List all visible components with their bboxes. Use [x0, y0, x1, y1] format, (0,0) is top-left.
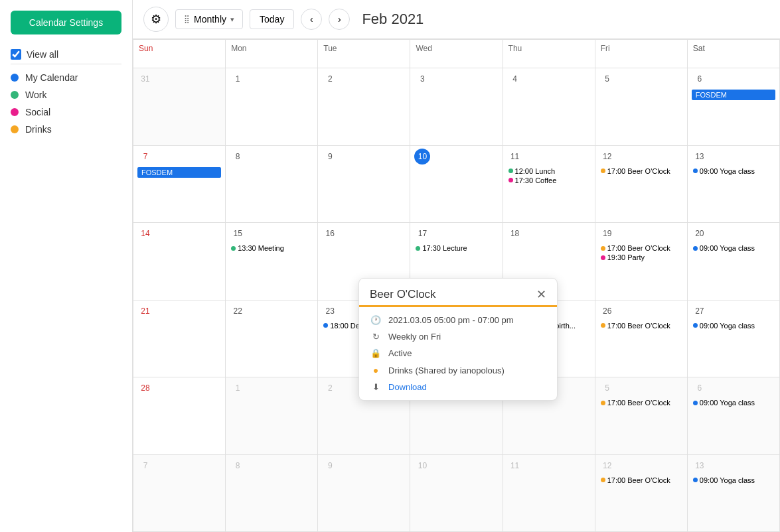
popup-calendar: Drinks (Shared by ianopolous) — [388, 366, 505, 375]
next-button[interactable]: › — [329, 9, 350, 30]
day-header-tue: Tue — [318, 40, 410, 68]
today-button[interactable]: Today — [250, 9, 294, 29]
day-number: 21 — [137, 303, 153, 319]
event-block[interactable]: FOSDEM — [692, 90, 775, 100]
popup-close-button[interactable]: ✕ — [536, 289, 546, 300]
event-item[interactable]: 09:00 Yoga class — [692, 322, 775, 330]
view-all-label: View all — [27, 49, 58, 60]
calendar-settings-button[interactable]: Calendar Settings — [11, 11, 121, 34]
event-label: 12:00 Lunch — [515, 167, 556, 175]
day-cell[interactable]: 10 — [410, 146, 503, 223]
calendar-dot-icon — [11, 91, 19, 99]
event-item[interactable]: 13:30 Meeting — [230, 244, 313, 252]
popup-body: 🕐 2021.03.05 05:00 pm - 07:00 pm ↻ Weekl… — [359, 307, 557, 400]
day-cell[interactable]: 6FOSDEM — [688, 68, 780, 145]
day-cell[interactable]: 1513:30 Meeting — [226, 223, 318, 300]
event-item[interactable]: 17:00 Beer O'Clock — [599, 167, 683, 175]
day-cell[interactable]: 1917:00 Beer O'Clock19:30 Party — [595, 223, 688, 300]
day-cell[interactable]: 1 — [226, 68, 318, 145]
event-item[interactable]: 12:00 Lunch — [507, 167, 591, 175]
event-label: 09:00 Yoga class — [700, 476, 755, 484]
day-cell[interactable]: 2009:00 Yoga class — [688, 223, 780, 300]
day-cell[interactable]: 11 — [503, 455, 595, 532]
event-item[interactable]: 17:00 Beer O'Clock — [599, 322, 683, 330]
day-number: 4 — [507, 71, 523, 87]
day-cell[interactable]: 2617:00 Beer O'Clock — [595, 300, 688, 377]
day-cell[interactable]: 3 — [410, 68, 503, 145]
dropdown-arrow-icon: ▾ — [230, 15, 234, 24]
calendar-list: My CalendarWorkSocialDrinks — [11, 72, 121, 135]
day-number: 6 — [692, 380, 708, 396]
day-cell[interactable]: 9 — [318, 146, 410, 223]
day-cell[interactable]: 1217:00 Beer O'Clock — [595, 146, 688, 223]
day-cell[interactable]: 7FOSDEM — [133, 146, 226, 223]
event-item[interactable]: 09:00 Yoga class — [692, 244, 775, 252]
day-cell[interactable]: 4 — [503, 68, 595, 145]
day-cell[interactable]: 2709:00 Yoga class — [688, 300, 780, 377]
calendar-name: My Calendar — [25, 72, 78, 83]
day-cell[interactable]: 7 — [133, 455, 226, 532]
event-item[interactable]: 09:00 Yoga class — [692, 399, 775, 407]
day-number: 10 — [414, 458, 430, 474]
day-cell[interactable]: 14 — [133, 223, 226, 300]
day-cell[interactable]: 1309:00 Yoga class — [688, 146, 780, 223]
day-number: 14 — [137, 226, 153, 241]
event-popup: Beer O'Clock ✕ 🕐 2021.03.05 05:00 pm - 0… — [358, 278, 558, 401]
sidebar-calendar-item[interactable]: Drinks — [11, 124, 121, 135]
day-number: 31 — [137, 71, 153, 87]
sidebar-calendar-item[interactable]: Social — [11, 107, 121, 117]
day-cell[interactable]: 28 — [133, 377, 226, 454]
sidebar-calendar-item[interactable]: Work — [11, 90, 121, 100]
day-cell[interactable]: 22 — [226, 300, 318, 377]
event-dot-icon — [508, 178, 513, 182]
day-cell[interactable]: 9 — [318, 455, 410, 532]
popup-recurrence-row: ↻ Weekly on Fri — [370, 332, 546, 342]
gear-button[interactable]: ⚙ — [143, 7, 169, 32]
event-item[interactable]: 17:30 Lecture — [414, 244, 498, 252]
event-block[interactable]: FOSDEM — [137, 167, 221, 178]
day-number: 13 — [692, 458, 708, 474]
day-cell[interactable]: 8 — [226, 146, 318, 223]
day-number: 12 — [599, 149, 615, 165]
day-cell[interactable]: 1309:00 Yoga class — [688, 455, 780, 532]
day-cell[interactable]: 2 — [318, 68, 410, 145]
event-label: 17:30 Coffee — [515, 176, 557, 184]
day-cell[interactable]: 10 — [410, 455, 503, 532]
day-cell[interactable]: 5 — [595, 68, 688, 145]
day-number: 22 — [230, 303, 246, 319]
download-link[interactable]: Download — [388, 382, 427, 392]
view-selector[interactable]: ⣿ Monthly ▾ — [175, 9, 243, 29]
day-number: 10 — [414, 149, 430, 165]
event-item[interactable]: 19:30 Party — [599, 253, 683, 261]
event-item[interactable]: 17:00 Beer O'Clock — [599, 476, 683, 484]
day-number: 17 — [414, 226, 430, 241]
day-cell[interactable]: 517:00 Beer O'Clock — [595, 377, 688, 454]
sidebar-calendar-item[interactable]: My Calendar — [11, 72, 121, 83]
event-item[interactable]: 17:00 Beer O'Clock — [599, 244, 683, 252]
event-label: 17:00 Beer O'Clock — [607, 322, 670, 330]
event-item[interactable]: 17:30 Coffee — [507, 176, 591, 184]
day-cell[interactable]: 1217:00 Beer O'Clock — [595, 455, 688, 532]
day-cell[interactable]: 1 — [226, 377, 318, 454]
day-cell[interactable]: 31 — [133, 68, 226, 145]
recurrence-icon: ↻ — [370, 332, 382, 342]
day-header-sun: Sun — [133, 40, 226, 68]
calendar-dot-icon — [11, 125, 19, 133]
day-number: 13 — [692, 149, 708, 165]
popup-status-row: 🔒 Active — [370, 348, 546, 358]
day-cell[interactable]: 8 — [226, 455, 318, 532]
day-number: 23 — [322, 303, 338, 319]
view-all-checkbox[interactable] — [11, 49, 21, 60]
view-all-row: View all — [11, 45, 121, 64]
day-cell[interactable]: 21 — [133, 300, 226, 377]
event-dot-icon — [693, 323, 698, 328]
day-number: 6 — [692, 71, 708, 87]
event-item[interactable]: 09:00 Yoga class — [692, 476, 775, 484]
event-item[interactable]: 09:00 Yoga class — [692, 167, 775, 175]
day-cell[interactable]: 1112:00 Lunch17:30 Coffee — [503, 146, 595, 223]
popup-title: Beer O'Clock — [370, 288, 436, 301]
prev-button[interactable]: ‹ — [301, 9, 322, 30]
main-area: ⚙ ⣿ Monthly ▾ Today ‹ › Feb 2021 SunMonT… — [133, 0, 780, 532]
day-cell[interactable]: 609:00 Yoga class — [688, 377, 780, 454]
event-item[interactable]: 17:00 Beer O'Clock — [599, 399, 683, 407]
